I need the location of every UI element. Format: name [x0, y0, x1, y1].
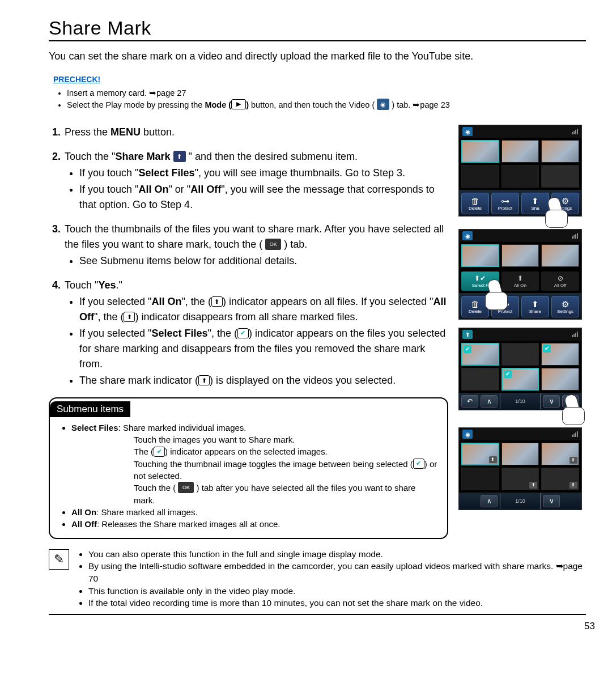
thumbnail[interactable]: [541, 244, 579, 267]
thumbnail[interactable]: ✔: [461, 343, 499, 366]
note-item: By using the Intelli-studio software emb…: [88, 560, 586, 584]
indicator-icon: ⬆: [198, 375, 210, 385]
thumbnail[interactable]: ✔: [541, 343, 579, 366]
note-icon: ✎: [49, 549, 69, 570]
submenu-box: Submenu items Select Files: Share marked…: [49, 397, 448, 538]
thumbnail[interactable]: [502, 443, 539, 465]
check-icon: ✔: [237, 328, 249, 338]
delete-button[interactable]: 🗑Delete: [461, 296, 489, 317]
note-item: This function is available only in the v…: [88, 585, 586, 597]
thumbnail[interactable]: ⬆: [502, 468, 539, 490]
precheck-item: Select the Play mode by pressing the Mod…: [67, 99, 586, 111]
submenu-item: Select Files: Share marked individual im…: [71, 422, 439, 506]
protect-button[interactable]: ⊶Protect: [491, 193, 519, 214]
page-counter: 1/10: [503, 398, 538, 404]
steps-list: 1. Press the MENU button. 2. Touch the "…: [49, 125, 448, 388]
thumbnail[interactable]: ⬆: [541, 468, 579, 490]
precheck-section: PRECHECK! Insert a memory card. ➥page 27…: [49, 74, 586, 111]
share-indicator-icon: ⬆: [489, 456, 497, 463]
ok-icon: OK: [178, 482, 194, 493]
thumbnail[interactable]: [461, 244, 499, 267]
step-1: 1. Press the MENU button.: [52, 125, 448, 140]
share-mark-icon: ⬆: [173, 151, 186, 162]
back-button[interactable]: ↶: [461, 395, 478, 408]
thumbnail[interactable]: ⬆: [461, 443, 499, 465]
check-icon: ✔: [504, 370, 512, 378]
check-icon: ✔: [464, 345, 471, 353]
play-icon: ▶: [231, 99, 246, 109]
battery-icon: [572, 332, 578, 337]
share-indicator-icon: ⬆: [570, 482, 577, 489]
precheck-label: PRECHECK!: [53, 75, 100, 84]
page-number: 53: [584, 621, 595, 632]
battery-icon: [572, 129, 578, 134]
up-button[interactable]: ∧: [481, 395, 498, 408]
screen-4: ◉ ⬆ ⬆ ⬆ ⬆ ∧ ∧ 1/10 ∨ .: [458, 427, 582, 510]
step-2: 2. Touch the "Share Mark ⬆ " and then th…: [52, 149, 448, 213]
notes-section: ✎ You can also operate this function in …: [49, 548, 586, 615]
check-icon: ✔: [543, 345, 551, 353]
battery-icon: [572, 431, 578, 437]
thumbnail[interactable]: [502, 244, 539, 267]
screen-2: ◉ ⬆✔Select F ⬆All On ⊘All Off 🗑Delete ⊶P…: [458, 229, 582, 320]
mode-icon: ◉: [462, 430, 473, 439]
thumbnail[interactable]: [502, 140, 539, 163]
share-indicator-icon: ⬆: [570, 457, 577, 464]
thumbnail[interactable]: [502, 343, 539, 366]
check-icon: ✔: [154, 447, 165, 457]
ok-button[interactable]: OK: [562, 395, 579, 408]
share-indicator-icon: ⬆: [529, 482, 537, 489]
thumbnail[interactable]: [541, 140, 579, 163]
share-button[interactable]: ⬆Share: [521, 296, 549, 317]
intro-text: You can set the share mark on a video an…: [49, 49, 586, 63]
mode-icon: ◉: [462, 231, 473, 240]
thumbnail-empty: [461, 468, 499, 490]
thumbnail[interactable]: [541, 165, 579, 188]
settings-button[interactable]: ⚙Settings: [551, 296, 579, 317]
check-icon: ✔: [413, 459, 424, 469]
note-item: You can also operate this function in th…: [88, 548, 586, 561]
page-counter: 1/10: [503, 498, 538, 504]
up-button[interactable]: ∧: [481, 495, 498, 507]
thumbnail-empty: [461, 165, 499, 188]
share-button[interactable]: ⬆Sha: [521, 193, 549, 214]
screen-1: ◉ 🗑Delete ⊶Protect ⬆Sha ⚙ettings: [458, 125, 582, 217]
all-on-option[interactable]: ⬆All On: [502, 271, 539, 291]
mode-icon: ◉: [462, 127, 473, 136]
indicator-icon: ⬆: [124, 312, 135, 322]
thumbnail[interactable]: [541, 368, 579, 391]
ok-icon: OK: [265, 239, 281, 250]
settings-button[interactable]: ⚙ettings: [551, 193, 579, 214]
thumbnail[interactable]: [461, 140, 499, 163]
screenshots-column: ◉ 🗑Delete ⊶Protect ⬆Sha ⚙ettings ◉: [458, 125, 586, 538]
page-title: Share Mark: [49, 17, 586, 41]
down-button[interactable]: ∨: [543, 495, 560, 507]
indicator-icon: ⬆: [211, 296, 223, 307]
submenu-item: All On: Share marked all images.: [71, 506, 439, 518]
protect-button[interactable]: ⊶Protect: [491, 296, 519, 317]
thumbnail[interactable]: ⬆: [541, 443, 579, 465]
battery-icon: [572, 233, 578, 239]
select-files-option[interactable]: ⬆✔Select F: [461, 271, 499, 291]
submenu-item: All Off: Releases the Share marked image…: [71, 518, 439, 530]
step-4: 4. Touch "Yes." If you selected "All On"…: [52, 278, 448, 388]
precheck-item: Insert a memory card. ➥page 27: [67, 87, 586, 99]
video-tab-icon: ◉: [377, 99, 389, 110]
down-button[interactable]: ∨: [543, 395, 560, 408]
delete-button[interactable]: 🗑Delete: [461, 193, 489, 214]
note-item: If the total video recording time is mor…: [88, 597, 586, 609]
screen-3: ⬆ ✔ ✔ ✔ ↶ ∧ 1/10 ∨ OK: [458, 328, 582, 410]
thumbnail-empty: [502, 165, 539, 188]
step-3: 3. Touch the thumbnails of the files you…: [52, 222, 448, 269]
share-mode-icon: ⬆: [462, 330, 473, 339]
thumbnail[interactable]: ✔: [502, 368, 539, 391]
all-off-option[interactable]: ⊘All Off: [541, 271, 579, 291]
submenu-header: Submenu items: [50, 401, 130, 417]
thumbnail[interactable]: [461, 368, 499, 391]
